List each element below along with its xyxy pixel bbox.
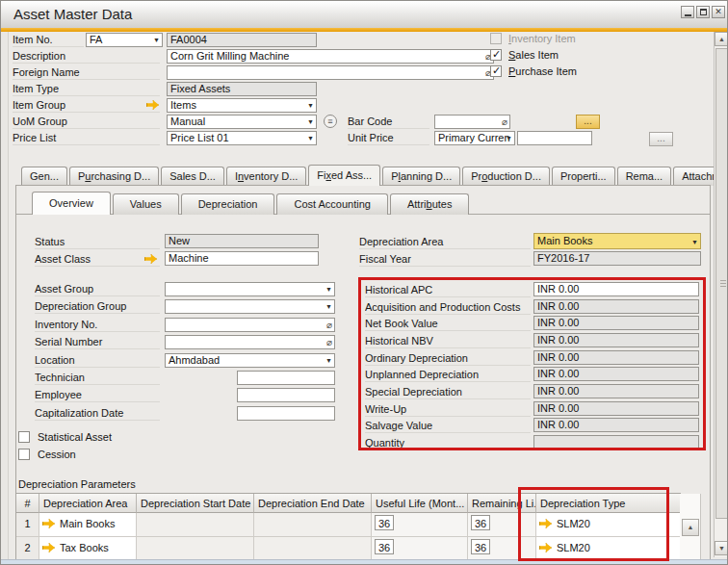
uom-list-icon[interactable]: ≡ — [324, 115, 337, 128]
tab-planning-data[interactable]: Planning D... — [382, 167, 460, 186]
link-arrow-icon[interactable] — [539, 519, 552, 528]
row-num[interactable]: 1 — [16, 513, 39, 537]
sales-item-label: Sales Item — [508, 49, 559, 63]
price-list-combo[interactable]: Price List 01▼ — [167, 131, 317, 145]
item-no-field[interactable]: FA0004 — [167, 33, 317, 47]
remaining-life-cell[interactable]: 36 — [468, 537, 536, 561]
link-arrow-icon[interactable] — [539, 543, 552, 552]
depreciation-area-cell[interactable]: Main Books — [39, 513, 137, 537]
unit-price-currency-combo[interactable]: Primary Curren▼ — [434, 131, 515, 145]
quantity-field — [533, 435, 699, 449]
inventory-no-input[interactable]: ⌀ — [165, 318, 335, 332]
technician-input[interactable] — [237, 371, 335, 385]
end-date-cell[interactable] — [254, 513, 372, 537]
minimize-button[interactable] — [681, 6, 694, 18]
location-label: Location — [35, 353, 160, 368]
tab-fixed-assets[interactable]: Fixed Ass... — [308, 165, 380, 186]
scrollbar-thumb[interactable] — [715, 48, 728, 519]
item-group-combo[interactable]: Items▼ — [167, 98, 317, 113]
subtab-values[interactable]: Values — [113, 193, 179, 215]
item-no-series-combo[interactable]: FA▼ — [86, 33, 163, 47]
column-header-type[interactable]: Depreciation Type — [536, 494, 680, 513]
capitalization-date-input[interactable] — [237, 406, 335, 421]
fiscal-year-label: Fiscal Year — [359, 252, 531, 267]
uom-group-label: UoM Group — [13, 115, 160, 129]
tab-production-data[interactable]: Production D... — [462, 167, 550, 186]
asset-group-combo[interactable]: ▼ — [165, 282, 335, 296]
column-header-useful-life[interactable]: Useful Life (Mont... — [372, 494, 468, 513]
vertical-scrollbar[interactable]: ▲ ▼ — [714, 32, 728, 557]
employee-input[interactable] — [237, 388, 335, 402]
useful-life-cell[interactable]: 36 — [372, 513, 468, 537]
bar-code-browse-button[interactable]: ... — [576, 115, 600, 129]
tab-inventory-data[interactable]: Inventory D... — [226, 167, 306, 186]
useful-life-cell[interactable]: 36 — [372, 537, 468, 561]
tab-purchasing-data[interactable]: Purchasing D... — [69, 167, 159, 186]
tab-sales-data[interactable]: Sales D... — [161, 167, 224, 186]
table-scroll-up-button[interactable]: ▲ — [682, 519, 699, 536]
subtab-overview[interactable]: Overview — [32, 192, 111, 215]
fiscal-year-field: FY2016-17 — [533, 251, 701, 266]
inventory-item-label: Inventory Item — [508, 33, 576, 46]
subtab-depreciation[interactable]: Depreciation — [181, 193, 275, 215]
unit-price-input[interactable] — [517, 131, 592, 145]
asset-class-input[interactable]: Machine — [165, 251, 319, 266]
serial-number-label: Serial Number — [35, 335, 160, 349]
check-icon: ✓ — [492, 48, 501, 61]
depreciation-area-combo[interactable]: Main Books▼ — [533, 233, 701, 249]
depreciation-type-cell[interactable]: SLM20 — [536, 513, 680, 537]
accent-bar — [1, 28, 728, 32]
subtab-attributes[interactable]: Attributes — [390, 193, 469, 215]
title-bar: Asset Master Data ✕ — [1, 1, 728, 28]
sales-item-checkbox[interactable]: ✓ — [490, 49, 502, 61]
scroll-down-button[interactable]: ▼ — [715, 541, 728, 555]
cession-checkbox[interactable] — [18, 449, 30, 460]
purchase-item-checkbox[interactable]: ✓ — [490, 65, 502, 77]
depreciation-group-combo[interactable]: ▼ — [165, 299, 335, 314]
link-arrow-icon[interactable] — [42, 543, 55, 552]
grip-icon — [720, 280, 726, 288]
row-num[interactable]: 2 — [16, 537, 39, 561]
employee-label: Employee — [35, 388, 160, 402]
tab-general[interactable]: Gen... — [21, 167, 67, 186]
depreciation-area-cell[interactable]: Tax Books — [39, 537, 137, 561]
depreciation-type-cell[interactable]: SLM20 — [536, 537, 680, 561]
selection-list-icon[interactable]: ⌀ — [326, 337, 332, 348]
close-button[interactable]: ✕ — [712, 6, 725, 18]
scroll-up-button[interactable]: ▲ — [715, 32, 728, 46]
maximize-icon — [700, 9, 707, 15]
foreign-name-input[interactable]: ⌀ — [167, 65, 494, 80]
location-combo[interactable]: Ahmdabad▼ — [165, 353, 335, 368]
description-input[interactable]: Corn Grit Milling Machine⌀ — [167, 49, 494, 64]
item-type-label: Item Type — [13, 82, 160, 96]
column-header-end-date[interactable]: Depreciation End Date — [254, 494, 372, 513]
bar-code-input[interactable]: ⌀ — [434, 115, 510, 129]
tab-remarks[interactable]: Rema... — [617, 167, 672, 186]
link-arrow-icon[interactable] — [42, 519, 55, 528]
uom-group-combo[interactable]: Manual▼ — [167, 115, 317, 129]
serial-number-input[interactable]: ⌀ — [165, 335, 335, 349]
item-type-field[interactable]: Fixed Assets — [167, 82, 317, 96]
selection-list-icon[interactable]: ⌀ — [326, 320, 332, 331]
column-header-start-date[interactable]: Depreciation Start Date — [137, 494, 254, 513]
selection-list-icon[interactable]: ⌀ — [502, 116, 507, 128]
salvage-value-field: INR 0.00 — [533, 418, 699, 432]
start-date-cell[interactable] — [137, 513, 254, 537]
acquisition-costs-label: Acquisition and Production Costs — [365, 300, 531, 315]
subtab-cost-accounting[interactable]: Cost Accounting — [276, 193, 388, 215]
start-date-cell[interactable] — [137, 537, 254, 561]
column-header-remaining-life[interactable]: Remaining Li... — [468, 494, 536, 513]
statistical-asset-checkbox[interactable] — [18, 431, 30, 443]
tab-properties[interactable]: Properti... — [552, 167, 615, 186]
historical-apc-field[interactable]: INR 0.00 — [533, 282, 699, 296]
asset-group-label: Asset Group — [35, 282, 160, 296]
ordinary-depreciation-label: Ordinary Depreciation — [365, 351, 531, 366]
remaining-life-cell[interactable]: 36 — [468, 513, 536, 537]
column-header-area[interactable]: Depreciation Area — [39, 494, 137, 513]
maximize-button[interactable] — [696, 6, 710, 18]
more-options-button[interactable]: ... — [649, 132, 673, 146]
unplanned-depreciation-field: INR 0.00 — [533, 367, 699, 381]
end-date-cell[interactable] — [254, 537, 372, 561]
window-title: Asset Master Data — [13, 6, 132, 22]
column-header-num[interactable]: # — [16, 494, 39, 513]
